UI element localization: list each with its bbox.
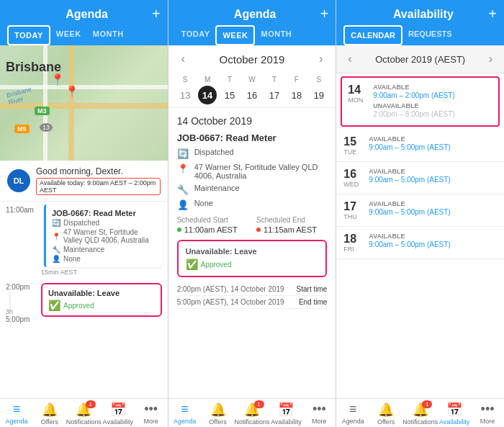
nav-offers-label-p3: Offers xyxy=(377,418,395,426)
avail-header-top: Availability + xyxy=(343,6,497,22)
nav-agenda-label: Agenda xyxy=(5,418,27,425)
avail-slot-available-label: Available xyxy=(373,84,492,91)
nav-availability-p1[interactable]: 📅 Availability xyxy=(102,402,135,426)
unavail-end-type: End time xyxy=(299,298,327,306)
unavail-start-time: 2:00pm xyxy=(6,283,38,291)
avail-tabs: CALENDAR REQUESTS xyxy=(343,25,497,45)
avail-plus-button[interactable]: + xyxy=(488,6,497,22)
day-num-16[interactable]: 16 xyxy=(243,86,261,104)
day-col-fri: F 18 xyxy=(285,76,307,104)
avail-label-16: Available xyxy=(369,168,497,175)
event-note: 👤 None xyxy=(52,255,156,263)
wrench-icon: 🔧 xyxy=(52,246,60,253)
agenda-icon: ≡ xyxy=(13,402,21,417)
unavail-end-time-label: 5:00pm (AEST), 14 October 2019 xyxy=(177,298,284,306)
offers-icon: 🔔 xyxy=(42,402,58,418)
timeline: 11:00am JOB-0667: Read Meter 🔄 Dispatche… xyxy=(0,202,168,398)
nav-agenda-label-p3: Agenda xyxy=(342,418,364,425)
panel-availability: Availability + CALENDAR REQUESTS ‹ Octob… xyxy=(336,0,504,427)
nav-more-p2[interactable]: ••• More xyxy=(302,402,336,426)
avail-day-row-16: 16 WED Available 9:00am – 5:00pm (AEST) xyxy=(336,162,504,194)
day-num-15[interactable]: 15 xyxy=(220,86,239,104)
tab-month-p1[interactable]: MONTH xyxy=(87,25,130,45)
event-note-row: 👤 None xyxy=(177,199,328,210)
prev-month-button[interactable]: ‹ xyxy=(177,51,189,67)
next-month-button[interactable]: › xyxy=(315,51,327,67)
nav-notifications-p2[interactable]: 1 🔔 Notifications xyxy=(234,402,269,426)
avail-prev-month[interactable]: ‹ xyxy=(343,51,356,67)
panel2-title: Agenda xyxy=(190,8,320,21)
wrench-icon-p2: 🔧 xyxy=(177,184,189,195)
nav-more-p3[interactable]: ••• More xyxy=(471,402,504,426)
nav-notifications-p1[interactable]: 1 🔔 Notifications xyxy=(66,402,102,426)
map-badge-13: 13 xyxy=(40,123,53,132)
day-num-13[interactable]: 13 xyxy=(176,86,194,104)
event-status: 🔄 Dispatched xyxy=(52,219,156,227)
avail-slot-15: 9:00am – 5:00pm (AEST) xyxy=(369,143,497,151)
event-job-title: JOB-0667: Read Meter xyxy=(177,132,328,143)
event-address-text: 47 Warner St, Fortitude Valley QLD 4006,… xyxy=(194,163,328,180)
calendar-nav: ‹ October 2019 › xyxy=(168,45,336,73)
nav-agenda-p1[interactable]: ≡ Agenda xyxy=(0,402,33,426)
tab-week-p2[interactable]: WEEK xyxy=(215,25,255,45)
unavail-time-row: 2:00pm 3h 5:00pm Unavailable: Leave ✅ Ap… xyxy=(0,280,168,326)
tab-week-p1[interactable]: WEEK xyxy=(50,25,87,45)
tab-today-p1[interactable]: TODAY xyxy=(7,25,50,45)
day-letter-m: M xyxy=(204,76,210,84)
day-num-19[interactable]: 19 xyxy=(310,86,328,104)
approved-text: Approved xyxy=(63,302,94,310)
dispatched-icon: 🔄 xyxy=(52,219,60,227)
event-container: JOB-0667: Read Meter 🔄 Dispatched 📍 47 W… xyxy=(41,204,162,277)
event-card-job[interactable]: JOB-0667: Read Meter 🔄 Dispatched 📍 47 W… xyxy=(44,204,162,267)
nav-agenda-p3[interactable]: ≡ Agenda xyxy=(336,402,369,426)
tab-today-p2[interactable]: TODAY xyxy=(176,25,216,45)
avail-label-18: Available xyxy=(369,233,497,240)
tab-requests[interactable]: REQUESTS xyxy=(402,25,458,45)
avail-label-15: Available xyxy=(369,135,497,143)
unavail-section: 2:00pm 3h 5:00pm Unavailable: Leave ✅ Ap… xyxy=(0,280,168,326)
avail-day-num-16: 16 xyxy=(343,168,369,181)
event-note-text: None xyxy=(194,199,213,207)
nav-offers-p3[interactable]: 🔔 Offers xyxy=(369,402,402,426)
availability-badge: Available today: 9:00am AEST – 2:00pm AE… xyxy=(36,178,161,195)
nav-offers-label: Offers xyxy=(41,418,58,426)
map-badge-m3: M3 xyxy=(35,107,50,115)
nav-agenda-p2[interactable]: ≡ Agenda xyxy=(168,402,202,426)
person-icon: 👤 xyxy=(52,255,60,263)
map-pin-job: 📍 xyxy=(65,85,79,99)
day-num-14[interactable]: 14 xyxy=(198,86,217,104)
calendar-month: October 2019 xyxy=(220,53,285,66)
unavail-box-check: ✅ Approved xyxy=(186,259,319,270)
day-letter-s: S xyxy=(183,76,188,84)
avail-date-col-16: 16 WED xyxy=(343,168,369,188)
avail-slot-available-14: 9:00am – 2:00pm (AEST) xyxy=(373,91,492,99)
avail-date-col-15: 15 TUE xyxy=(343,135,369,156)
unavail-start-type: Start time xyxy=(297,285,328,293)
panel2-plus-button[interactable]: + xyxy=(320,6,329,22)
unavail-card[interactable]: Unavailable: Leave ✅ Approved xyxy=(41,283,162,317)
avail-calendar-nav: ‹ October 2019 (AEST) › xyxy=(336,45,504,73)
tab-calendar[interactable]: CALENDAR xyxy=(343,25,402,45)
avail-day-num-17: 17 xyxy=(343,200,369,213)
nav-notifications-p3[interactable]: 1 🔔 Notifications xyxy=(402,402,438,426)
nav-offers-p1[interactable]: 🔔 Offers xyxy=(33,402,66,426)
nav-avail-label-p2: Availability xyxy=(271,418,301,426)
tab-month-p2[interactable]: MONTH xyxy=(255,25,297,45)
avail-next-month[interactable]: › xyxy=(485,51,497,67)
nav-availability-p2[interactable]: 📅 Availability xyxy=(270,402,303,426)
day-num-17[interactable]: 17 xyxy=(265,86,284,104)
day-num-18[interactable]: 18 xyxy=(287,86,306,104)
day-col-sat: S 19 xyxy=(307,76,330,104)
nav-more-p1[interactable]: ••• More xyxy=(135,402,168,426)
avail-day-row-14: 14 MON Available 9:00am – 2:00pm (AEST) … xyxy=(341,76,500,127)
nav-offers-p2[interactable]: 🔔 Offers xyxy=(202,402,235,426)
nav-availability-p3[interactable]: 📅 Availability xyxy=(438,402,471,426)
unavail-duration-line xyxy=(9,291,38,308)
availability-icon: 📅 xyxy=(110,402,126,418)
panel1-plus-button[interactable]: + xyxy=(152,6,161,22)
unavail-status-text: Approved xyxy=(201,261,232,269)
avail-day-num-18: 18 xyxy=(343,233,369,246)
nav-notif-label: Notifications xyxy=(66,418,102,426)
nav-offers-label-p2: Offers xyxy=(209,418,226,426)
panel2-header-top: Agenda + xyxy=(176,6,329,22)
